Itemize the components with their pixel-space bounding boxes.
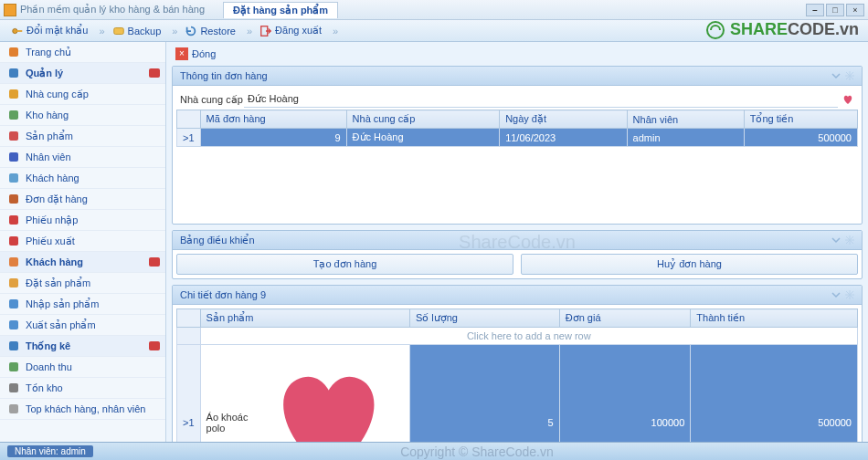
detail-row[interactable]: >1 Áo khoác polo 5 100000 500000 — [177, 345, 858, 443]
minimize-button[interactable]: ‒ — [806, 4, 824, 16]
sidebar-item-stats[interactable]: Thống kê — [0, 336, 165, 357]
order-info-header: Thông tin đơn hàng — [173, 67, 862, 86]
col-product[interactable]: Sản phẩm — [200, 309, 409, 328]
order-grid: Mã đơn hàng Nhà cung cấp Ngày đặt Nhân v… — [176, 110, 858, 147]
sidebar-item-export[interactable]: Phiếu xuất — [0, 231, 165, 252]
svg-rect-14 — [9, 236, 18, 246]
sidebar-item-import[interactable]: Phiếu nhập — [0, 210, 165, 231]
exportprod-icon — [7, 319, 20, 331]
badge-icon — [149, 68, 160, 78]
order-row[interactable]: >1 9 Đức Hoàng 11/06/2023 admin 500000 — [177, 129, 858, 147]
sidebar-item-exportprod[interactable]: Xuất sản phẩm — [0, 315, 165, 336]
order-detail-panel: Chi tiết đơn hàng 9 Sản phẩm Số lượng Đơ… — [172, 285, 863, 442]
sidebar-item-orderprod[interactable]: Đặt sản phẩm — [0, 273, 165, 294]
sidebar-item-importprod[interactable]: Nhập sản phẩm — [0, 294, 165, 315]
svg-rect-17 — [9, 299, 18, 308]
customer2-icon — [7, 256, 20, 268]
svg-rect-13 — [9, 215, 18, 225]
sidebar-item-stock[interactable]: Tồn kho — [0, 378, 165, 399]
sidebar-item-product[interactable]: Sản phẩm — [0, 126, 165, 147]
svg-rect-22 — [9, 404, 18, 413]
sidebar-item-customer2[interactable]: Khách hàng — [0, 252, 165, 273]
sidebar-item-top[interactable]: Top khách hàng, nhân viên — [0, 399, 165, 420]
svg-rect-20 — [9, 362, 18, 371]
home-icon — [7, 46, 20, 58]
restore-button[interactable]: Restore — [179, 23, 241, 39]
new-row-hint[interactable]: Click here to add a new row — [200, 328, 857, 345]
svg-point-4 — [707, 22, 724, 38]
svg-rect-5 — [9, 47, 18, 57]
sidebar-item-label: Nhân viên — [26, 152, 71, 162]
collapse-icon[interactable] — [830, 69, 842, 82]
col-date[interactable]: Ngày đặt — [500, 110, 627, 129]
order-detail-header: Chi tiết đơn hàng 9 — [173, 286, 862, 305]
active-tab[interactable]: Đặt hàng sản phẩm — [223, 2, 338, 18]
svg-rect-18 — [9, 320, 18, 329]
sidebar-item-label: Kho hàng — [26, 110, 69, 120]
sidebar-item-staff[interactable]: Nhân viên — [0, 147, 165, 168]
watermark-logo: SHARECODE.vn — [705, 20, 859, 40]
sidebar-item-home[interactable]: Trang chủ — [0, 42, 165, 63]
close-window-button[interactable]: × — [846, 4, 864, 16]
col-order-id[interactable]: Mã đơn hàng — [200, 110, 346, 129]
sidebar-item-label: Quản lý — [26, 68, 63, 79]
order-icon — [7, 193, 20, 205]
manage-icon — [7, 67, 20, 79]
heart-icon[interactable] — [254, 348, 404, 442]
sidebar-item-label: Sản phẩm — [26, 131, 73, 142]
supplier-field[interactable]: Đức Hoàng — [244, 91, 838, 108]
sidebar-item-label: Tồn kho — [26, 382, 63, 394]
collapse-icon[interactable] — [830, 288, 842, 301]
svg-rect-9 — [9, 131, 18, 141]
snowflake-icon — [845, 71, 854, 80]
create-order-button[interactable]: Tạo đơn hàng — [176, 254, 513, 275]
detail-grid: Sản phẩm Số lượng Đơn giá Thành tiền Cli… — [176, 308, 858, 442]
top-icon — [7, 402, 20, 415]
sidebar-item-label: Doanh thu — [26, 361, 72, 372]
order-info-panel: Thông tin đơn hàng Nhà cung cấp Đức Hoàn… — [172, 66, 863, 225]
heart-icon[interactable] — [842, 93, 854, 106]
col-supplier[interactable]: Nhà cung cấp — [346, 110, 500, 129]
svg-rect-11 — [9, 173, 18, 183]
col-price[interactable]: Đơn giá — [559, 309, 691, 328]
sidebar-item-order[interactable]: Đơn đặt hàng — [0, 189, 165, 210]
svg-rect-12 — [9, 194, 18, 204]
warehouse-icon — [7, 109, 20, 121]
col-qty[interactable]: Số lượng — [409, 309, 559, 328]
col-amount[interactable]: Thành tiền — [691, 309, 858, 328]
main-area: × Đóng Thông tin đơn hàng Nhà cung cấp Đ… — [166, 42, 868, 442]
sidebar-item-label: Trang chủ — [26, 47, 71, 58]
badge-icon — [149, 257, 160, 267]
sidebar-item-manage[interactable]: Quản lý — [0, 63, 165, 84]
svg-rect-21 — [9, 383, 18, 392]
collapse-icon[interactable] — [830, 234, 842, 246]
export-icon — [7, 235, 20, 247]
svg-rect-7 — [9, 89, 18, 99]
sidebar-item-label: Khách hàng — [26, 172, 79, 183]
restore-icon — [185, 25, 197, 37]
sidebar-item-label: Thống kê — [26, 340, 70, 352]
sidebar-item-customer[interactable]: Khách hàng — [0, 168, 165, 189]
current-user-status: Nhân viên: admin — [7, 445, 93, 457]
titlebar: Phần mềm quản lý kho hàng & bán hàng Đặt… — [0, 0, 868, 20]
change-password-button[interactable]: Đổi mật khẩu — [5, 23, 93, 39]
staff-icon — [7, 151, 20, 163]
logout-button[interactable]: Đăng xuất — [254, 23, 327, 39]
col-staff[interactable]: Nhân viên — [627, 110, 744, 129]
product-icon — [7, 130, 20, 142]
close-tab-button[interactable]: × Đóng — [175, 47, 216, 60]
col-total[interactable]: Tổng tiền — [744, 110, 857, 129]
stock-icon — [7, 382, 20, 394]
revenue-icon — [7, 361, 20, 373]
sidebar-item-label: Phiếu nhập — [26, 214, 78, 226]
cancel-order-button[interactable]: Huỷ đơn hàng — [521, 254, 858, 275]
sidebar-item-supplier[interactable]: Nhà cung cấp — [0, 84, 165, 105]
maximize-button[interactable]: □ — [826, 4, 844, 16]
backup-button[interactable]: Backup — [107, 23, 167, 39]
sidebar-item-label: Đặt sản phẩm — [26, 277, 90, 289]
sidebar-item-label: Xuất sản phẩm — [26, 319, 96, 331]
svg-rect-16 — [9, 278, 18, 288]
sidebar-item-revenue[interactable]: Doanh thu — [0, 357, 165, 378]
sidebar-item-warehouse[interactable]: Kho hàng — [0, 105, 165, 126]
statusbar: Nhân viên: admin Copyright © ShareCode.v… — [0, 442, 868, 460]
